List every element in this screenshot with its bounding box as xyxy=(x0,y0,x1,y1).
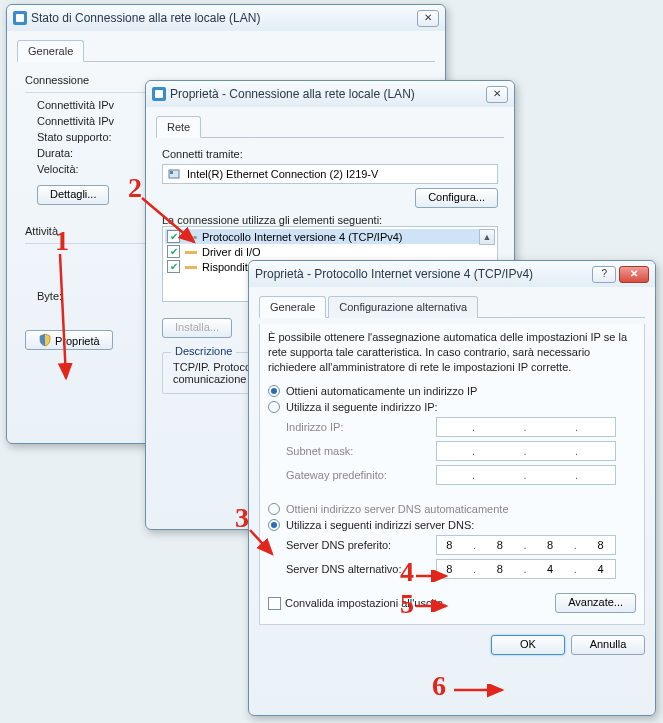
window-title: Proprietà - Connessione alla rete locale… xyxy=(170,87,483,101)
label-dns-preferred: Server DNS preferito: xyxy=(286,539,436,551)
properties-button-label: Proprietà xyxy=(55,335,100,347)
label-manual-dns: Utilizza i seguenti indirizzi server DNS… xyxy=(286,519,474,531)
cancel-button[interactable]: Annulla xyxy=(571,635,645,655)
radio-manual-ip[interactable] xyxy=(268,401,280,413)
list-item-tcpip4[interactable]: ✔ Protocollo Internet versione 4 (TCP/IP… xyxy=(165,229,479,244)
scroll-up-button[interactable]: ▲ xyxy=(479,229,495,245)
window-title: Proprietà - Protocollo Internet versione… xyxy=(255,267,589,281)
subnet-mask-field: ... xyxy=(436,441,616,461)
protocol-icon xyxy=(184,246,198,258)
label-connect-via: Connetti tramite: xyxy=(162,148,498,160)
checkbox-icon[interactable]: ✔ xyxy=(167,260,180,273)
tabstrip: Generale xyxy=(17,39,435,62)
tcpip-properties-window: Proprietà - Protocollo Internet versione… xyxy=(248,260,656,716)
titlebar[interactable]: Proprietà - Protocollo Internet versione… xyxy=(249,261,655,287)
titlebar[interactable]: Proprietà - Connessione alla rete locale… xyxy=(146,81,514,107)
tabstrip: Rete xyxy=(156,115,504,138)
label-dns-alternate: Server DNS alternativo: xyxy=(286,563,436,575)
install-button[interactable]: Installa... xyxy=(162,318,232,338)
radio-manual-dns[interactable] xyxy=(268,519,280,531)
intro-text: È possibile ottenere l'assegnazione auto… xyxy=(268,330,636,375)
checkbox-validate[interactable]: ✔ xyxy=(268,597,281,610)
adapter-icon xyxy=(167,167,183,181)
shield-icon xyxy=(38,333,52,347)
list-item-label: Driver di I/O xyxy=(202,246,261,258)
protocol-icon xyxy=(184,261,198,273)
advanced-button[interactable]: Avanzate... xyxy=(555,593,636,613)
label-manual-ip: Utilizza il seguente indirizzo IP: xyxy=(286,401,438,413)
tab-network[interactable]: Rete xyxy=(156,116,201,138)
close-button[interactable]: ✕ xyxy=(417,10,439,27)
svg-rect-5 xyxy=(185,251,197,254)
dns-preferred-field[interactable]: 8.8.8.8 xyxy=(436,535,616,555)
titlebar[interactable]: Stato di Connessione alla rete locale (L… xyxy=(7,5,445,31)
help-button[interactable]: ? xyxy=(592,266,616,283)
label-validate: Convalida impostazioni all'uscita xyxy=(285,597,443,609)
window-title: Stato di Connessione alla rete locale (L… xyxy=(31,11,414,25)
tab-general[interactable]: Generale xyxy=(17,40,84,62)
ok-button[interactable]: OK xyxy=(491,635,565,655)
label-auto-ip: Ottieni automaticamente un indirizzo IP xyxy=(286,385,477,397)
tab-alt-config[interactable]: Configurazione alternativa xyxy=(328,296,478,318)
tab-general[interactable]: Generale xyxy=(259,296,326,318)
section-description: Descrizione xyxy=(171,345,236,357)
label-subnet-mask: Subnet mask: xyxy=(286,445,436,457)
protocol-icon xyxy=(184,231,198,243)
gateway-field: ... xyxy=(436,465,616,485)
network-icon xyxy=(152,87,166,101)
svg-rect-6 xyxy=(185,266,197,269)
close-button[interactable]: ✕ xyxy=(486,86,508,103)
adapter-name: Intel(R) Ethernet Connection (2) I219-V xyxy=(187,168,378,180)
close-button[interactable]: ✕ xyxy=(619,266,649,283)
list-item-iodriver[interactable]: ✔ Driver di I/O xyxy=(165,244,479,259)
configure-button[interactable]: Configura... xyxy=(415,188,498,208)
adapter-field: Intel(R) Ethernet Connection (2) I219-V xyxy=(162,164,498,184)
label-gateway: Gateway predefinito: xyxy=(286,469,436,481)
svg-point-3 xyxy=(186,236,189,239)
properties-button[interactable]: Proprietà xyxy=(25,330,113,350)
network-icon xyxy=(13,11,27,25)
label-ip-address: Indirizzo IP: xyxy=(286,421,436,433)
label-uses-elements: La connessione utilizza gli elementi seg… xyxy=(162,214,498,226)
ip-address-field: ... xyxy=(436,417,616,437)
details-button[interactable]: Dettagli... xyxy=(37,185,109,205)
list-item-label: Protocollo Internet versione 4 (TCP/IPv4… xyxy=(202,231,403,243)
checkbox-icon[interactable]: ✔ xyxy=(167,230,180,243)
tabstrip: Generale Configurazione alternativa xyxy=(259,295,645,318)
dns-alternate-field[interactable]: 8.8.4.4 xyxy=(436,559,616,579)
label-auto-dns: Ottieni indirizzo server DNS automaticam… xyxy=(286,503,509,515)
svg-rect-1 xyxy=(170,171,173,174)
radio-auto-ip[interactable] xyxy=(268,385,280,397)
radio-auto-dns[interactable] xyxy=(268,503,280,515)
svg-point-4 xyxy=(194,236,197,239)
checkbox-icon[interactable]: ✔ xyxy=(167,245,180,258)
